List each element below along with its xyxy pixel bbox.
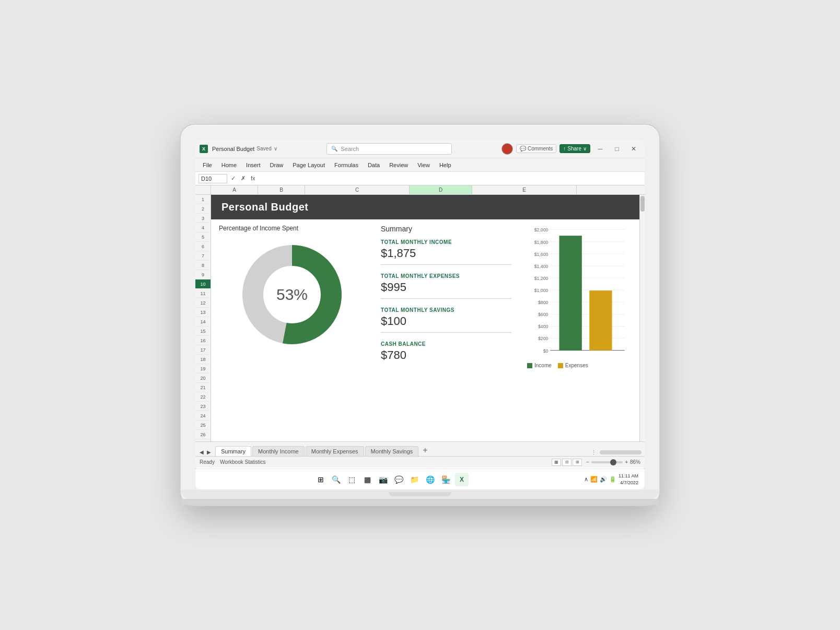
status-bar: Ready Workbook Statistics ▦ ⊟ ⊞ − + 86% bbox=[195, 456, 645, 468]
svg-text:$1,200: $1,200 bbox=[534, 276, 549, 281]
close-button[interactable]: ✕ bbox=[627, 144, 640, 154]
taskbar-right: ∧ 📶 🔊 🔋 11:11 AM 4/7/2022 bbox=[584, 473, 638, 486]
cancel-icon[interactable]: ✗ bbox=[239, 174, 247, 182]
income-legend-dot bbox=[527, 363, 532, 368]
tab-monthly-savings[interactable]: Monthly Savings bbox=[365, 446, 419, 456]
tab-summary[interactable]: Summary bbox=[215, 446, 251, 456]
menu-file[interactable]: File bbox=[199, 161, 216, 169]
tab-monthly-income[interactable]: Monthly Income bbox=[252, 446, 305, 456]
fx-icon[interactable]: fx bbox=[249, 174, 257, 182]
taskbar-explorer[interactable]: 📁 bbox=[408, 473, 422, 486]
savings-value: $100 bbox=[381, 314, 511, 328]
menu-page-layout[interactable]: Page Layout bbox=[288, 161, 329, 169]
add-sheet-button[interactable]: + bbox=[419, 445, 430, 456]
zoom-slider[interactable] bbox=[591, 461, 623, 463]
summary-expenses: TOTAL MONTHLY EXPENSES $995 bbox=[381, 273, 511, 299]
maximize-button[interactable]: □ bbox=[610, 144, 624, 154]
search-icon: 🔍 bbox=[331, 146, 337, 151]
svg-text:$0: $0 bbox=[543, 348, 549, 354]
sheet-options[interactable]: ⋮ bbox=[591, 449, 597, 456]
nav-left[interactable]: ◀ bbox=[199, 448, 205, 456]
taskbar-search[interactable]: 🔍 bbox=[330, 473, 343, 486]
taskbar-start[interactable]: ⊞ bbox=[314, 473, 328, 486]
row-13: 13 bbox=[195, 308, 211, 317]
zoom-out-btn[interactable]: − bbox=[586, 459, 589, 465]
income-bar bbox=[559, 236, 581, 351]
menu-help[interactable]: Help bbox=[435, 161, 456, 169]
volume-icon[interactable]: 🔊 bbox=[600, 476, 607, 483]
col-header-d: D bbox=[410, 185, 472, 194]
normal-view-btn[interactable]: ▦ bbox=[552, 459, 561, 466]
row-11: 11 bbox=[195, 289, 211, 298]
tab-monthly-expenses[interactable]: Monthly Expenses bbox=[306, 446, 364, 456]
taskbar-center: ⊞ 🔍 ⬚ ▦ 📷 💬 📁 🌐 🏪 X bbox=[314, 473, 469, 486]
svg-text:$1,600: $1,600 bbox=[534, 252, 549, 257]
row-16: 16 bbox=[195, 336, 211, 345]
laptop-stand bbox=[181, 499, 659, 505]
row-numbers: 1 2 3 4 5 6 7 8 9 10 11 12 13 14 15 16 1 bbox=[195, 195, 211, 441]
search-box[interactable]: 🔍 Search bbox=[326, 143, 452, 155]
taskbar-widgets[interactable]: ▦ bbox=[361, 473, 375, 486]
battery-icon[interactable]: 🔋 bbox=[609, 476, 616, 483]
title-controls: 💬 Comments ↑ Share ∨ ─ □ ✕ bbox=[501, 143, 640, 155]
chevron-icon[interactable]: ∧ bbox=[584, 476, 588, 483]
page-break-btn[interactable]: ⊞ bbox=[573, 459, 582, 466]
title-bar-text: Personal Budget Saved ∨ bbox=[212, 146, 277, 152]
row-21: 21 bbox=[195, 383, 211, 392]
row-9: 9 bbox=[195, 270, 211, 279]
menu-insert[interactable]: Insert bbox=[242, 161, 265, 169]
layout-view-btn[interactable]: ⊟ bbox=[562, 459, 571, 466]
scrollbar-horizontal[interactable] bbox=[600, 450, 641, 454]
row-26: 26 bbox=[195, 430, 211, 439]
file-title: Personal Budget bbox=[212, 146, 254, 152]
taskbar-taskview[interactable]: ⬚ bbox=[345, 473, 359, 486]
menu-view[interactable]: View bbox=[413, 161, 434, 169]
formula-icons: ✓ ✗ fx bbox=[229, 174, 257, 182]
donut-chart: 53% bbox=[240, 242, 344, 347]
donut-percent-label: 53% bbox=[276, 286, 308, 304]
taskbar-teams[interactable]: 📷 bbox=[377, 473, 390, 486]
formula-bar: D10 ✓ ✗ fx bbox=[195, 172, 645, 185]
summary-income: TOTAL MONTHLY INCOME $1,875 bbox=[381, 239, 511, 265]
workbook-stats[interactable]: Workbook Statistics bbox=[220, 459, 266, 465]
row-25: 25 bbox=[195, 421, 211, 430]
zoom-in-btn[interactable]: + bbox=[625, 459, 628, 465]
row-12: 12 bbox=[195, 298, 211, 308]
svg-text:$1,800: $1,800 bbox=[534, 240, 549, 245]
summary-area: Summary TOTAL MONTHLY INCOME $1,875 TOTA… bbox=[376, 225, 517, 435]
scrollbar-vertical[interactable] bbox=[639, 195, 645, 441]
checkmark-icon[interactable]: ✓ bbox=[229, 174, 237, 182]
menu-draw[interactable]: Draw bbox=[266, 161, 288, 169]
summary-cash: CASH BALANCE $780 bbox=[381, 341, 511, 366]
svg-text:$600: $600 bbox=[538, 312, 548, 317]
taskbar-time[interactable]: 11:11 AM 4/7/2022 bbox=[619, 473, 638, 486]
menu-review[interactable]: Review bbox=[385, 161, 412, 169]
cash-label: CASH BALANCE bbox=[381, 341, 511, 347]
corner-header bbox=[195, 185, 211, 194]
expenses-legend-label: Expenses bbox=[565, 363, 588, 368]
legend-expenses: Expenses bbox=[558, 363, 588, 368]
menu-home[interactable]: Home bbox=[217, 161, 241, 169]
share-button[interactable]: ↑ Share ∨ bbox=[559, 144, 590, 153]
chart-title: Percentage of Income Spent bbox=[219, 225, 298, 232]
row-8: 8 bbox=[195, 261, 211, 270]
menu-formulas[interactable]: Formulas bbox=[330, 161, 363, 169]
share-icon: ↑ bbox=[563, 146, 566, 151]
col-header-c: C bbox=[305, 185, 410, 194]
taskbar-excel[interactable]: X bbox=[455, 473, 469, 486]
cell-reference[interactable]: D10 bbox=[199, 174, 227, 183]
taskbar-edge[interactable]: 🌐 bbox=[424, 473, 437, 486]
wifi-icon[interactable]: 📶 bbox=[590, 476, 598, 483]
row-7: 7 bbox=[195, 251, 211, 261]
save-status: Saved bbox=[256, 146, 271, 151]
content-area: Personal Budget Percentage of Income Spe… bbox=[211, 195, 639, 441]
taskbar-store[interactable]: 🏪 bbox=[439, 473, 453, 486]
taskbar-chat[interactable]: 💬 bbox=[392, 473, 406, 486]
expenses-legend-dot bbox=[558, 363, 563, 368]
menu-data[interactable]: Data bbox=[364, 161, 384, 169]
income-legend-label: Income bbox=[534, 363, 552, 368]
sheet-tabs: ◀ ▶ Summary Monthly Income Monthly Expen… bbox=[195, 441, 645, 456]
minimize-button[interactable]: ─ bbox=[593, 144, 607, 154]
nav-right[interactable]: ▶ bbox=[206, 448, 212, 456]
comments-button[interactable]: 💬 Comments bbox=[516, 144, 556, 153]
